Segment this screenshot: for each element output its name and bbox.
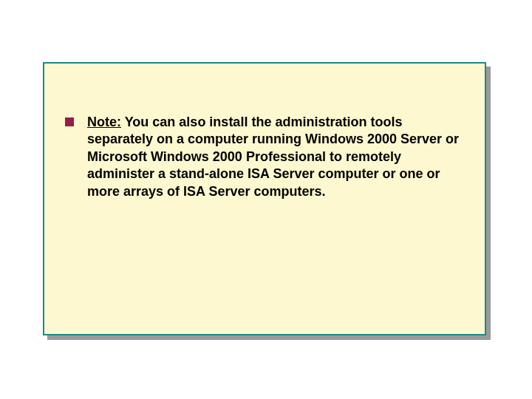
bullet-text: Note: You can also install the administr… [87, 114, 460, 200]
square-bullet-icon [65, 117, 74, 126]
bullet-item: Note: You can also install the administr… [65, 114, 460, 200]
note-body: You can also install the administration … [87, 115, 459, 199]
note-label: Note: [87, 115, 121, 129]
slide: Note: You can also install the administr… [0, 0, 532, 399]
